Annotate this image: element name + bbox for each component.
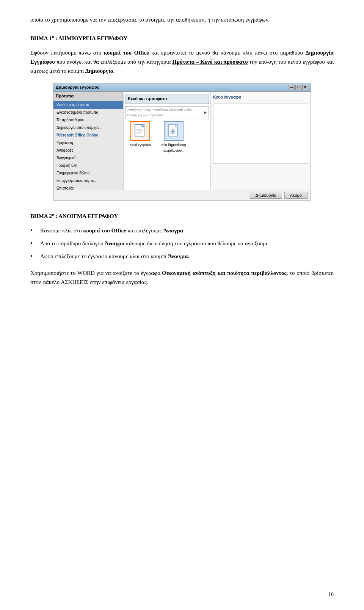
blank-document-icon[interactable]: Κενό έγγραφο (125, 121, 155, 153)
minimize-button[interactable]: — (289, 85, 295, 90)
close-button[interactable]: ✕ (302, 85, 308, 90)
bullet-dot-1: • (30, 226, 38, 235)
left-item-3[interactable]: Δημιουργία από υπάρχον... (53, 124, 123, 132)
blank-document-label: Κενό έγγραφο (130, 142, 151, 147)
dialog-titlebar: Δημιουργία εγγράφου — □ ✕ (53, 83, 311, 92)
cancel-button[interactable]: Ακύρο (284, 192, 308, 199)
step2-bullets: • Κάνουμε κλικ στο κουμπί του Office και… (30, 226, 334, 261)
bottom-paragraph: Χρησιμοποιήστε το WORD για να ανοίξετε τ… (30, 268, 334, 287)
dialog-title: Δημιουργία εγγράφου (56, 84, 289, 91)
step1-heading: ΒΗΜΑ 1ο : ΔΗΜΙΟΥΡΓΙΑ ΕΓΓΡΑΦΟΥ (30, 33, 334, 43)
step2-heading: ΒΗΜΑ 2ο : ΑΝΟΙΓΜΑ ΕΓΓΡΑΦΟΥ (30, 211, 334, 221)
bullet-text-3: Αφού επιλέξουμε το έγγραφο κάνουμε κλικ … (40, 252, 334, 261)
left-item-2[interactable]: Τα πρότυπά μου... (53, 116, 123, 124)
dialog-left-panel: Πρότυπα Κενό και πρόσφατο Εγκατεστημένα … (53, 92, 124, 200)
dialog-center-panel: Κενό και πρόσφατο Αναζήτηση στην τοποθεσ… (124, 92, 211, 200)
center-panel-header: Κενό και πρόσφατο (125, 94, 209, 104)
bullet-item-3: • Αφού επιλέξουμε το έγγραφο κάνουμε κλι… (30, 252, 334, 261)
create-button[interactable]: Δημιουργία (250, 192, 282, 199)
left-item-10[interactable]: Επαγγελματικές κάρτες (53, 177, 123, 185)
right-preview-area (213, 103, 308, 164)
left-item-0[interactable]: Κενό και πρόσφατο (53, 101, 123, 109)
bullet-text-2: Από το παράθυρο διαλόγου Άνοιγμα κάνουμε… (40, 239, 334, 248)
new-blog-post-label: Νέα δημοσίευση ημερολογίου... (158, 142, 189, 153)
bullet-item-2: • Από το παράθυρο διαλόγου Άνοιγμα κάνου… (30, 239, 334, 248)
left-item-9[interactable]: Ενημερωτικό δελτίο (53, 169, 123, 177)
intro-paragraph: οποίο το χρησιμοποιούμε για την επεξεργα… (30, 15, 334, 24)
step1-body: Εφόσον πατήσουμε πάνω στο κουμπί του Off… (30, 48, 334, 75)
right-panel-header: Κενό έγγραφο (213, 94, 308, 101)
search-go-button[interactable]: ▶ (204, 110, 207, 116)
left-item-6[interactable]: Αναφορές (53, 147, 123, 154)
dialog-body: Πρότυπα Κενό και πρόσφατο Εγκατεστημένα … (53, 92, 311, 200)
dialog-footer: Δημιουργία Ακύρο (53, 190, 311, 200)
bullet-dot-3: • (30, 252, 38, 261)
dialog-right-panel: Κενό έγγραφο (211, 92, 311, 200)
left-item-5[interactable]: Εμφάνιση (53, 139, 123, 147)
search-placeholder: Αναζήτηση στην τοποθεσία Microsoft Offic… (127, 107, 202, 118)
dialog-screenshot: Δημιουργία εγγράφου — □ ✕ Πρότυπα Κενό κ… (53, 83, 311, 201)
new-blog-post-icon[interactable]: Νέα δημοσίευση ημερολογίου... (158, 121, 189, 153)
left-item-7[interactable]: Βιογραφικά (53, 154, 123, 162)
titlebar-buttons: — □ ✕ (289, 85, 308, 90)
center-icons-area: Κενό έγγραφο Νέα δημοσίευση ημερολογίου. (125, 121, 209, 153)
blank-document-image (130, 121, 150, 141)
page-number: 16 (328, 590, 334, 599)
center-search-bar[interactable]: Αναζήτηση στην τοποθεσία Microsoft Offic… (125, 106, 209, 119)
maximize-button[interactable]: □ (295, 85, 301, 90)
left-item-4[interactable]: Microsoft Office Online (53, 132, 123, 139)
left-panel-header: Πρότυπα (53, 92, 123, 101)
new-blog-post-image (164, 121, 184, 141)
left-item-8[interactable]: Γραφική ύλη (53, 162, 123, 169)
bullet-text-1: Κάνουμε κλικ στο κουμπί του Office και ε… (40, 226, 334, 235)
bullet-item-1: • Κάνουμε κλικ στο κουμπί του Office και… (30, 226, 334, 235)
left-item-1[interactable]: Εγκατεστημένα πρότυπα (53, 109, 123, 116)
bullet-dot-2: • (30, 239, 38, 248)
